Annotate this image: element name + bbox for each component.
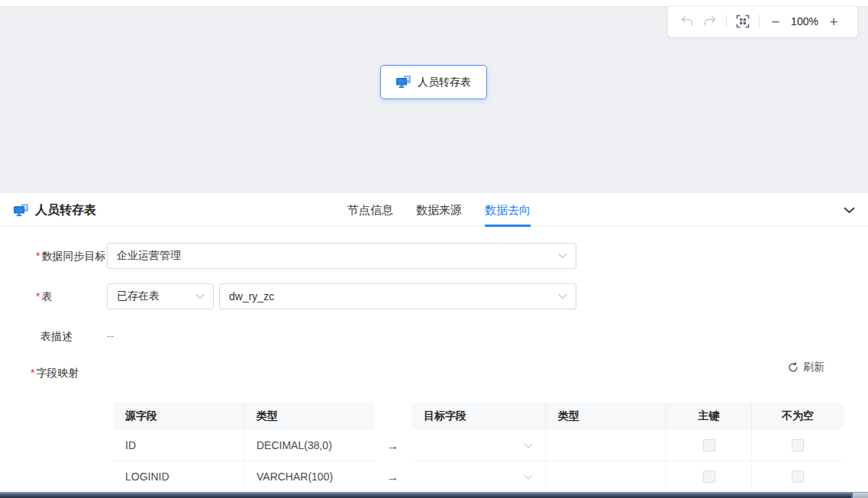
table-name-value: dw_ry_zc [229,290,274,302]
background-window-edge-corner [851,493,868,498]
source-fields-table: 源字段 类型 ID DECIMAL(38,0) LOGINID VARCHAR(… [113,403,374,492]
tab-data-destination[interactable]: 数据去向 [485,193,531,227]
refresh-label: 刷新 [803,361,824,374]
not-null-checkbox[interactable] [792,471,804,483]
table-desc-row: 表描述 [40,330,73,344]
target-field-select-cell [411,430,546,461]
required-marker: * [36,250,40,262]
col-header-primary-key: 主键 [666,403,752,430]
sync-target-value: 企业运营管理 [117,249,181,263]
refresh-icon [788,362,799,373]
flow-node-personnel-table[interactable]: 人员转存表 [380,65,487,99]
undo-icon [680,15,694,27]
primary-key-cell [666,461,752,492]
primary-key-cell [666,430,752,461]
table-row: ID DECIMAL(38,0) [113,430,374,461]
zoom-level: 100% [787,15,822,27]
required-marker: * [36,290,40,302]
table-dump-icon [396,76,411,89]
zoom-out-icon: − [771,15,779,29]
mapping-arrow-gutter: → → [374,403,411,492]
panel-title-text: 人员转存表 [35,202,96,218]
primary-key-checkbox[interactable] [703,471,715,483]
col-header-not-null: 不为空 [752,403,844,430]
toolbar-divider [726,15,727,28]
mapping-arrow-icon: → [374,461,411,492]
background-window-edge [0,492,868,498]
collapse-panel-button[interactable] [841,203,857,217]
table-mode-select[interactable]: 已存在表 [107,283,214,309]
table-mode-value: 已存在表 [117,289,160,303]
tab-node-info[interactable]: 节点信息 [347,193,393,227]
chevron-down-icon [844,207,855,214]
page: 人员转存表 [0,0,868,498]
sync-target-select[interactable]: 企业运营管理 [107,243,576,269]
sync-target-row: *数据同步目标 [36,250,105,264]
panel-title: 人员转存表 [14,193,96,227]
zoom-in-button[interactable]: + [822,10,845,33]
gutter-spacer [374,403,411,430]
field-mapping-table: 源字段 类型 ID DECIMAL(38,0) LOGINID VARCHAR(… [113,403,844,492]
zoom-in-icon: + [829,15,837,29]
table-row [411,430,844,461]
col-header-source-type: 类型 [244,403,374,430]
target-header-row: 目标字段 类型 主键 不为空 [411,403,844,430]
fit-view-button[interactable] [731,10,754,33]
table-desc-value: -- [107,330,114,342]
table-name-select[interactable]: dw_ry_zc [219,283,576,309]
sync-target-label: *数据同步目标 [36,250,105,264]
panel-tabs: 节点信息 数据来源 数据去向 [347,193,531,227]
target-field-select[interactable] [424,430,533,461]
panel-header: 人员转存表 节点信息 数据来源 数据去向 [0,193,868,227]
zoom-out-button[interactable]: − [764,10,787,33]
not-null-cell [752,430,844,461]
mapping-arrow-icon: → [374,430,411,461]
table-label: *表 [36,290,52,304]
chevron-down-icon [558,294,567,299]
node-detail-panel: 人员转存表 节点信息 数据来源 数据去向 *数据同步目标 企业运营管理 [0,193,868,492]
toolbar-divider [759,15,760,28]
not-null-cell [752,461,844,492]
table-desc-label: 表描述 [40,330,73,344]
table-dump-icon [14,204,29,217]
source-field-cell: ID [113,430,244,461]
redo-icon [703,15,717,27]
fit-view-icon [736,15,750,28]
refresh-button[interactable]: 刷新 [788,361,824,374]
source-type-cell: DECIMAL(38,0) [244,430,374,461]
field-mapping-label: *字段映射 [31,367,79,380]
table-row [411,461,844,492]
canvas-toolbar: − 100% + [667,5,858,37]
redo-button[interactable] [699,10,721,33]
table-row: *表 [36,290,52,304]
source-type-cell: VARCHAR(100) [244,461,374,492]
table-desc-value-wrap: -- [107,330,114,342]
primary-key-checkbox[interactable] [703,439,715,451]
target-type-cell [546,461,666,492]
source-header-row: 源字段 类型 [113,403,374,430]
chevron-down-icon [524,443,533,448]
chevron-down-icon [195,294,205,299]
chevron-down-icon [558,254,567,259]
target-fields-table: 目标字段 类型 主键 不为空 [411,403,844,492]
table-row: LOGINID VARCHAR(100) [113,461,374,492]
undo-button[interactable] [676,10,699,33]
target-field-select[interactable] [424,461,533,492]
col-header-target-field: 目标字段 [411,403,546,430]
chevron-down-icon [524,474,533,480]
target-type-cell [546,430,666,461]
tab-data-source[interactable]: 数据来源 [416,193,462,227]
col-header-source-field: 源字段 [113,403,244,430]
source-field-cell: LOGINID [113,461,244,492]
target-field-select-cell [411,461,546,492]
not-null-checkbox[interactable] [792,439,804,451]
col-header-target-type: 类型 [546,403,666,430]
required-marker: * [31,367,34,379]
flow-node-label: 人员转存表 [418,76,471,89]
field-mapping-label-row: *字段映射 [31,367,79,380]
